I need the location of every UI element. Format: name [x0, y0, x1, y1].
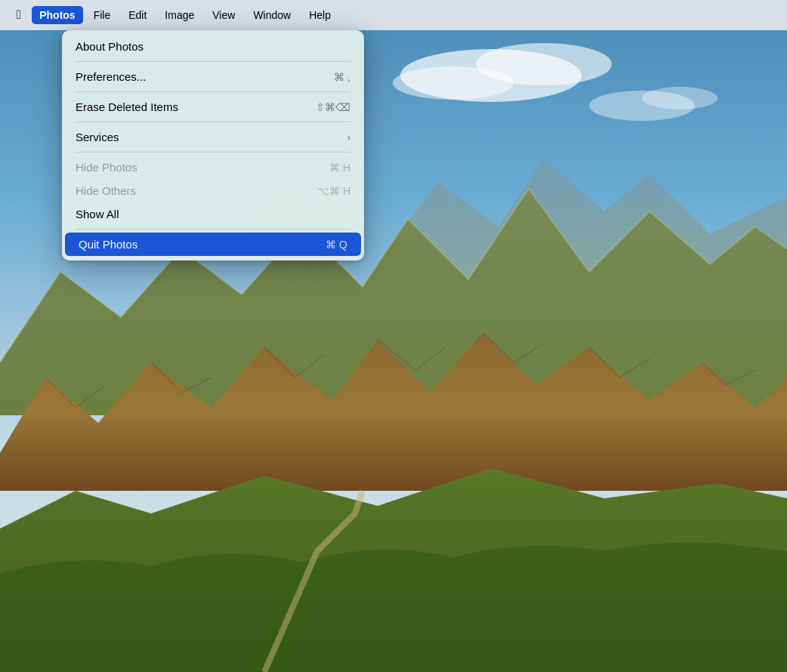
menu-separator-2 [76, 91, 350, 92]
menu-item-about-label: About Photos [76, 40, 144, 53]
menu-item-hide-others-label: Hide Others [76, 184, 136, 197]
menubar:  Photos File Edit Image View Window Hel… [0, 0, 787, 30]
menubar-item-view[interactable]: View [205, 6, 242, 24]
menu-separator-3 [76, 122, 350, 122]
apple-menu-button[interactable]:  [9, 5, 29, 26]
menubar-item-file[interactable]: File [86, 6, 119, 24]
menubar-item-image[interactable]: Image [157, 6, 202, 24]
menu-separator-5 [76, 229, 350, 230]
menu-item-hide-photos-shortcut: ⌘ H [329, 162, 350, 174]
menu-item-hide-photos[interactable]: Hide Photos ⌘ H [62, 156, 364, 179]
menubar-item-window[interactable]: Window [245, 6, 298, 24]
menu-separator-4 [76, 152, 350, 153]
menu-item-services[interactable]: Services › [62, 125, 364, 149]
menu-item-preferences-shortcut: ⌘ , [334, 71, 350, 83]
menubar-item-help[interactable]: Help [301, 6, 338, 24]
submenu-arrow-icon: › [347, 131, 350, 143]
svg-point-5 [642, 87, 718, 109]
menubar-item-photos[interactable]: Photos [32, 6, 82, 24]
menubar-item-edit[interactable]: Edit [121, 6, 154, 24]
menu-item-quit-label: Quit Photos [79, 238, 137, 251]
menu-item-services-label: Services [76, 131, 119, 143]
svg-point-3 [393, 66, 514, 100]
menu-separator-1 [76, 61, 350, 62]
menu-item-hide-photos-label: Hide Photos [76, 161, 137, 174]
menu-item-about[interactable]: About Photos [62, 35, 364, 58]
photos-menu: About Photos Preferences... ⌘ , Erase De… [62, 30, 364, 260]
menu-item-erase-label: Erase Deleted Items [76, 100, 178, 113]
menu-item-hide-others-shortcut: ⌥⌘ H [317, 185, 350, 197]
menu-item-hide-others[interactable]: Hide Others ⌥⌘ H [62, 179, 364, 202]
menu-item-show-all[interactable]: Show All [62, 202, 364, 226]
menu-item-preferences-label: Preferences... [76, 70, 146, 83]
menu-item-quit[interactable]: Quit Photos ⌘ Q [65, 233, 361, 256]
menu-item-show-all-label: Show All [76, 208, 119, 220]
menu-item-preferences[interactable]: Preferences... ⌘ , [62, 65, 364, 88]
menu-item-erase[interactable]: Erase Deleted Items ⇧⌘⌫ [62, 95, 364, 119]
menu-item-erase-shortcut: ⇧⌘⌫ [316, 101, 350, 113]
menu-item-quit-shortcut: ⌘ Q [326, 239, 347, 251]
